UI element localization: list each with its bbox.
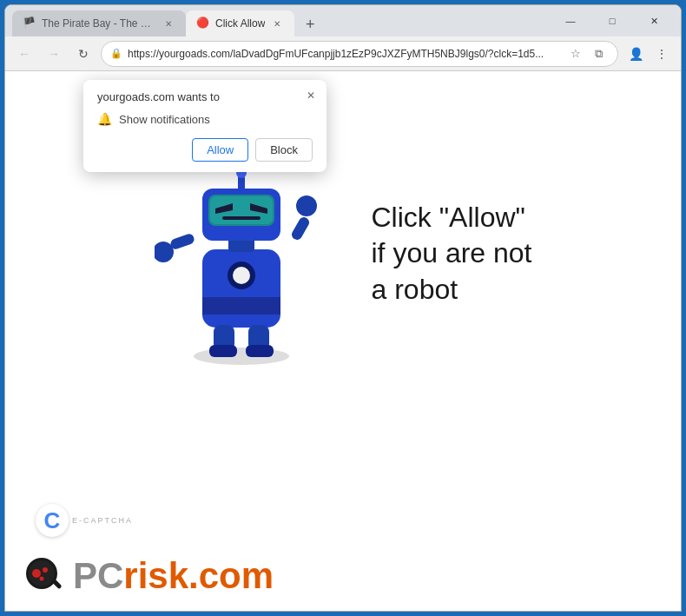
page-content: ✕ yourgoads.com wants to 🔔 Show notifica… xyxy=(5,71,681,611)
piratebay-tab-close[interactable]: ✕ xyxy=(162,17,175,30)
pcrisk-icon xyxy=(23,554,66,598)
svg-rect-3 xyxy=(289,215,310,242)
bookmark-button[interactable]: ☆ xyxy=(565,43,586,64)
svg-point-4 xyxy=(296,195,317,216)
tab-clickallow[interactable]: 🔴 Click Allow ✕ xyxy=(186,10,294,36)
ecaptcha-label: E-CAPTCHA xyxy=(72,516,133,525)
svg-rect-6 xyxy=(202,297,280,315)
back-button[interactable]: ← xyxy=(12,42,36,66)
svg-rect-21 xyxy=(246,345,274,357)
forward-button[interactable]: → xyxy=(42,42,66,66)
pcrisk-text: PC risk.com xyxy=(73,555,274,597)
lock-icon: 🔒 xyxy=(110,48,122,59)
close-button[interactable]: ✕ xyxy=(634,7,674,35)
notification-popup: ✕ yourgoads.com wants to 🔔 Show notifica… xyxy=(83,80,327,172)
minimize-button[interactable]: — xyxy=(551,7,590,35)
pcrisk-logo: PC risk.com xyxy=(5,541,681,611)
pcrisk-pc: PC xyxy=(73,555,123,597)
address-text: https://yourgoads.com/laDvadDgFmUFcanpjj… xyxy=(128,48,560,60)
popup-notification-row: 🔔 Show notifications xyxy=(97,112,313,126)
popup-title: yourgoads.com wants to xyxy=(97,90,313,103)
popup-close-button[interactable]: ✕ xyxy=(302,87,320,104)
allow-button[interactable]: Allow xyxy=(192,138,248,162)
maximize-button[interactable]: □ xyxy=(592,7,632,35)
window-controls: — □ ✕ xyxy=(551,7,674,35)
menu-button[interactable]: ⋮ xyxy=(650,42,674,66)
refresh-button[interactable]: ↻ xyxy=(71,42,96,66)
clickallow-favicon: 🔴 xyxy=(196,17,210,30)
svg-point-0 xyxy=(194,348,289,365)
tab-piratebay[interactable]: 🏴 The Pirate Bay - The galaxy's mo... ✕ xyxy=(12,10,186,36)
popup-buttons: Allow Block xyxy=(97,138,313,162)
new-tab-button[interactable]: + xyxy=(298,12,322,36)
piratebay-tab-title: The Pirate Bay - The galaxy's mo... xyxy=(42,17,156,30)
title-bar: 🏴 The Pirate Bay - The galaxy's mo... ✕ … xyxy=(5,5,681,36)
pcrisk-risk: risk.com xyxy=(123,555,274,597)
bell-icon: 🔔 xyxy=(97,112,112,126)
svg-rect-15 xyxy=(222,216,261,220)
browser-window: 🏴 The Pirate Bay - The galaxy's mo... ✕ … xyxy=(4,4,682,612)
ecaptcha-letter: C xyxy=(44,507,61,534)
popup-notification-text: Show notifications xyxy=(119,113,210,126)
svg-point-24 xyxy=(32,569,41,578)
address-bar-actions: ☆ ⧉ xyxy=(565,43,609,64)
svg-rect-27 xyxy=(52,579,63,589)
ecaptcha-section: C E-CAPTCHA xyxy=(36,504,133,537)
svg-rect-1 xyxy=(168,233,195,251)
toolbar-actions: 👤 ⋮ xyxy=(623,42,674,66)
address-bar[interactable]: 🔒 https://yourgoads.com/laDvadDgFmUFcanp… xyxy=(101,41,618,67)
svg-point-26 xyxy=(40,577,44,581)
piratebay-favicon: 🏴 xyxy=(23,17,36,30)
clickallow-tab-title: Click Allow xyxy=(215,17,265,30)
svg-point-8 xyxy=(233,267,250,284)
svg-point-25 xyxy=(43,567,48,573)
tabs-area: 🏴 The Pirate Bay - The galaxy's mo... ✕ … xyxy=(12,5,540,36)
split-button[interactable]: ⧉ xyxy=(588,43,609,64)
clickallow-tab-close[interactable]: ✕ xyxy=(270,17,284,30)
click-allow-text: Click "Allow" if you are not a robot xyxy=(372,200,532,308)
nav-bar: ← → ↻ 🔒 https://yourgoads.com/laDvadDgFm… xyxy=(5,36,681,71)
block-button[interactable]: Block xyxy=(255,138,313,162)
profile-button[interactable]: 👤 xyxy=(623,42,648,66)
svg-rect-20 xyxy=(209,345,237,357)
